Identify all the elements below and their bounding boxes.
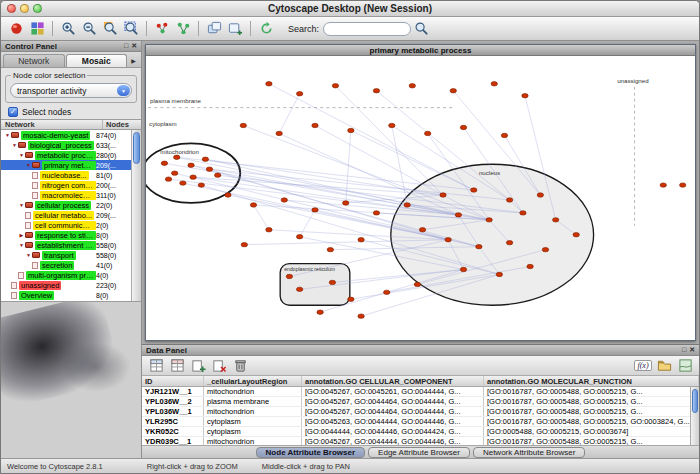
map-icon[interactable]: [675, 356, 695, 376]
hide-selected-icon[interactable]: [152, 19, 172, 39]
network-canvas[interactable]: plasma membranecytoplasmmitochondrionnuc…: [146, 56, 695, 340]
network-node[interactable]: [450, 89, 456, 93]
network-node[interactable]: [389, 123, 395, 127]
network-node[interactable]: [296, 235, 302, 239]
network-node[interactable]: [573, 233, 579, 237]
table-row[interactable]: YJR121W__1mitochondrion[GO:0045267, GO:0…: [142, 387, 699, 397]
tree-col-nodes[interactable]: Nodes: [103, 120, 141, 129]
network-node[interactable]: [445, 238, 451, 242]
network-node[interactable]: [276, 131, 282, 135]
table-row[interactable]: YPL036W__2plasma membrane[GO:0045267, GO…: [142, 397, 699, 407]
tree-row[interactable]: ▶response to stimul...8(0): [1, 230, 141, 240]
refresh-icon[interactable]: [256, 19, 276, 39]
network-node[interactable]: [460, 267, 466, 271]
network-node[interactable]: [241, 242, 247, 246]
network-overlay-icon[interactable]: [204, 19, 224, 39]
tab-node-attribute-browser[interactable]: Node Attribute Browser: [256, 447, 366, 458]
tab-network[interactable]: Network: [3, 54, 65, 67]
network-window-title[interactable]: primary metabolic process: [146, 45, 695, 56]
network-node[interactable]: [680, 183, 686, 187]
network-node[interactable]: [471, 188, 477, 192]
network-node[interactable]: [409, 84, 415, 88]
tree-row[interactable]: ▼primary metab...209(...: [1, 160, 141, 170]
network-node[interactable]: [373, 211, 379, 215]
tree-row[interactable]: nitrogen compo...200(...: [1, 180, 141, 190]
network-overview-thumbnail[interactable]: [1, 302, 141, 458]
network-node[interactable]: [190, 175, 196, 179]
column-header[interactable]: _cellularLayoutRegion: [204, 376, 302, 386]
network-node[interactable]: [174, 155, 180, 159]
network-node[interactable]: [332, 84, 338, 88]
network-node[interactable]: [165, 177, 171, 181]
new-from-selection-icon[interactable]: [173, 19, 193, 39]
float-panel-icon[interactable]: □: [682, 346, 686, 354]
tree-row[interactable]: ▼transport558(0): [1, 250, 141, 260]
network-node[interactable]: [496, 272, 502, 276]
network-node[interactable]: [202, 157, 208, 161]
network-node[interactable]: [520, 211, 526, 215]
table-scrollbar[interactable]: [690, 387, 699, 445]
network-node[interactable]: [161, 161, 167, 165]
network-node[interactable]: [198, 183, 204, 187]
tree-row[interactable]: ▼mosaic-demo-yeast874(0): [1, 130, 141, 140]
network-node[interactable]: [296, 92, 302, 96]
network-node[interactable]: [491, 82, 497, 86]
table-row[interactable]: YKR052Ccytoplasm[GO:0044444, GO:0044446,…: [142, 427, 699, 437]
select-attr-icon[interactable]: [146, 356, 166, 376]
network-node[interactable]: [266, 228, 272, 232]
network-node[interactable]: [172, 171, 178, 175]
close-panel-icon[interactable]: ✕: [131, 42, 137, 50]
tree-row[interactable]: Overview8(0): [1, 290, 141, 300]
select-nodes-checkbox[interactable]: ✓: [8, 107, 18, 117]
close-button[interactable]: [7, 4, 16, 13]
network-node[interactable]: [240, 123, 246, 127]
column-header[interactable]: annotation.GO MOLECULAR_FUNCTION: [484, 376, 699, 386]
tab-mosaic[interactable]: Mosaic: [66, 54, 128, 67]
tree-scrollbar[interactable]: [131, 130, 141, 301]
network-node[interactable]: [188, 163, 194, 167]
tree-row[interactable]: cellular metabo...209(...: [1, 210, 141, 220]
network-node[interactable]: [384, 290, 390, 294]
network-node[interactable]: [312, 123, 318, 127]
red-circle-icon[interactable]: [6, 19, 26, 39]
tree-scrollbar-thumb[interactable]: [133, 132, 140, 164]
zoom-fit-icon[interactable]: [121, 19, 141, 39]
network-node[interactable]: [506, 241, 512, 245]
close-panel-icon[interactable]: ✕: [689, 346, 695, 354]
table-row[interactable]: YLR295Ccytoplasm[GO:0045263, GO:0044444,…: [142, 417, 699, 427]
tab-network-attribute-browser[interactable]: Network Attribute Browser: [473, 447, 585, 458]
tab-scroll-right-icon[interactable]: ▶: [128, 54, 139, 67]
table-scrollbar-thumb[interactable]: [692, 389, 698, 413]
expand-arrow-icon[interactable]: ▼: [18, 152, 25, 158]
network-node[interactable]: [460, 125, 466, 129]
network-node[interactable]: [327, 247, 333, 251]
expand-arrow-icon[interactable]: ▼: [25, 252, 32, 258]
expand-arrow-icon[interactable]: ▼: [18, 242, 25, 248]
delete-attr-icon[interactable]: [209, 356, 229, 376]
function-icon[interactable]: f(x): [633, 356, 653, 376]
network-node[interactable]: [312, 208, 318, 212]
network-node[interactable]: [343, 201, 349, 205]
network-node[interactable]: [266, 82, 272, 86]
new-attr-icon[interactable]: [188, 356, 208, 376]
zoom-in-icon[interactable]: [58, 19, 78, 39]
network-node[interactable]: [501, 133, 507, 137]
collapse-arrow-icon[interactable]: ▶: [18, 232, 25, 238]
network-node[interactable]: [486, 218, 492, 222]
trash-icon[interactable]: [230, 356, 250, 376]
column-header[interactable]: ID: [142, 376, 204, 386]
network-node[interactable]: [225, 193, 231, 197]
network-node[interactable]: [206, 167, 212, 171]
minimize-button[interactable]: [20, 4, 29, 13]
network-node[interactable]: [286, 274, 292, 278]
network-node[interactable]: [553, 218, 559, 222]
tree-col-network[interactable]: Network: [1, 120, 103, 129]
network-node[interactable]: [522, 94, 528, 98]
search-input[interactable]: [323, 22, 411, 36]
tree-row[interactable]: secretion41(0): [1, 260, 141, 270]
network-node[interactable]: [440, 193, 446, 197]
import-icon[interactable]: [654, 356, 674, 376]
column-header[interactable]: annotation.GO CELLULAR_COMPONENT: [302, 376, 484, 386]
network-node[interactable]: [419, 228, 425, 232]
node-color-dropdown[interactable]: transporter activity ▼: [10, 83, 132, 98]
